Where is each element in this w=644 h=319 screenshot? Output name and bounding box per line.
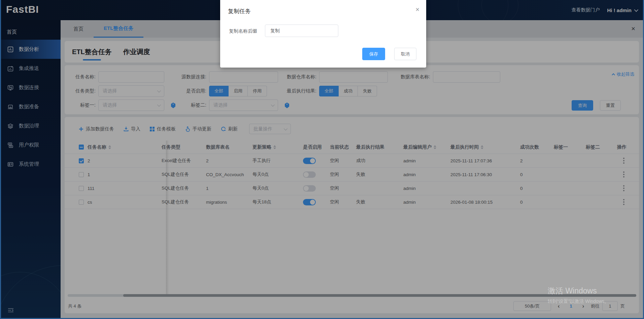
copy-task-dialog: 复制任务 × 复制名称后缀 保存 取消 [220,0,426,68]
copy-suffix-input[interactable] [265,25,338,37]
dialog-title: 复制任务 [228,7,251,15]
cancel-button[interactable]: 取消 [394,48,416,60]
save-button[interactable]: 保存 [362,48,385,60]
copy-suffix-label: 复制名称后缀 [229,28,263,34]
close-dialog-icon[interactable]: × [415,6,419,13]
